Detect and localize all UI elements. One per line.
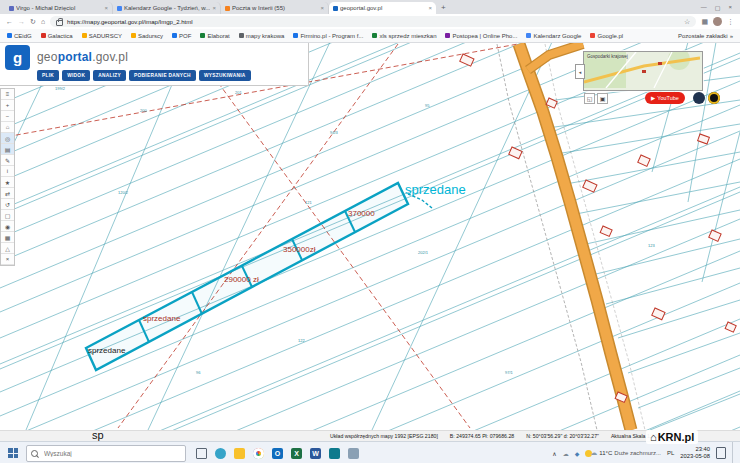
- bookmark-item[interactable]: Google.pl: [590, 33, 623, 39]
- start-button[interactable]: [0, 442, 26, 463]
- home-icon[interactable]: ⌂: [41, 18, 45, 25]
- svg-text:123: 123: [648, 243, 655, 248]
- bookmark-star-icon[interactable]: ☆: [684, 18, 690, 26]
- annotation-price-290000: 290000 zł: [224, 275, 259, 284]
- onedrive-icon[interactable]: ☁: [563, 450, 569, 457]
- zoom-in-icon[interactable]: +: [1, 100, 14, 111]
- back-icon[interactable]: ←: [6, 18, 13, 25]
- menu-wyszukiwania[interactable]: WYSZUKIWANIA: [199, 70, 251, 81]
- tab-close-icon[interactable]: ×: [320, 5, 324, 11]
- file-explorer-icon[interactable]: [230, 442, 249, 463]
- bookmark-favicon: [445, 33, 450, 38]
- tab-virgo[interactable]: Virgo - Michał Dzięciol ×: [5, 2, 113, 14]
- notification-center-icon[interactable]: [716, 447, 726, 459]
- notepad-icon[interactable]: [344, 442, 363, 463]
- annotation-price-350000: 350000zł: [283, 245, 315, 254]
- bookmark-item[interactable]: Firmino.pl - Program f...: [293, 33, 363, 39]
- show-desktop-button[interactable]: [732, 442, 736, 463]
- bookmark-item[interactable]: xls sprzedz mieszkan: [372, 33, 436, 39]
- minimap-collapse-icon[interactable]: ◂: [575, 64, 585, 79]
- security-icon[interactable]: ◆: [575, 450, 580, 457]
- tray-expand-icon[interactable]: ∧: [552, 450, 556, 457]
- bookmark-item[interactable]: POF: [172, 33, 191, 39]
- close-button[interactable]: ×: [728, 4, 732, 11]
- tab-title: geoportal.gov.pl: [340, 5, 426, 11]
- layers-icon[interactable]: ▤: [1, 144, 14, 155]
- other-bookmarks-button[interactable]: Pozostałe zakładki»: [678, 33, 733, 39]
- photos-icon[interactable]: [325, 442, 344, 463]
- bookmark-item[interactable]: CEidG: [7, 33, 32, 39]
- bookmark-item[interactable]: SADURSCY: [82, 33, 122, 39]
- grid-icon[interactable]: ▦: [1, 232, 14, 243]
- refresh-icon[interactable]: ↻: [30, 18, 36, 25]
- tab-close-icon[interactable]: ×: [104, 5, 108, 11]
- new-tab-button[interactable]: +: [441, 4, 446, 12]
- road: [519, 44, 631, 430]
- draw-icon[interactable]: ✎: [1, 155, 14, 166]
- windows-taskbar: O X W ∧ ☁ ◆ ☁ 11°C Duże zachmurz... PL 2…: [0, 441, 740, 463]
- tab-poczta[interactable]: Poczta w Interii (55) ×: [221, 2, 329, 14]
- menu-analizy[interactable]: ANALIZY: [93, 70, 126, 81]
- excel-icon[interactable]: X: [287, 442, 306, 463]
- menu-icon[interactable]: ≡: [1, 89, 14, 100]
- chrome-icon[interactable]: [249, 442, 268, 463]
- boundary-dashed-lines: [0, 44, 518, 428]
- youtube-button[interactable]: ▶YouTube: [645, 92, 685, 104]
- menu-pobieranie-danych[interactable]: POBIERANIE DANYCH: [129, 70, 196, 81]
- bookmark-favicon: [41, 33, 46, 38]
- tab-close-icon[interactable]: ×: [212, 5, 216, 11]
- annotation-sold-black: sprzedane: [88, 346, 125, 355]
- clear-icon[interactable]: ×: [1, 254, 14, 265]
- info-icon[interactable]: i: [1, 166, 14, 177]
- outlook-icon[interactable]: O: [268, 442, 287, 463]
- favorites-icon[interactable]: ★: [1, 177, 14, 188]
- bookmark-item[interactable]: Galactica: [41, 33, 73, 39]
- task-view-button[interactable]: [192, 442, 211, 463]
- forward-icon[interactable]: →: [18, 18, 25, 25]
- scale-tool-icon[interactable]: ▣: [597, 93, 608, 104]
- menu-widok[interactable]: WIDOK: [62, 70, 90, 81]
- bookmark-item[interactable]: Kalendarz Google: [526, 33, 581, 39]
- taskbar-clock[interactable]: 23:40 2023-05-08: [680, 446, 710, 460]
- tab-calendar[interactable]: Kalendarz Google - Tydzień, w... ×: [113, 2, 221, 14]
- bookmark-item[interactable]: mapy krakowa: [239, 33, 285, 39]
- browser-menu-icon[interactable]: ⋮: [727, 18, 734, 25]
- bookmark-item[interactable]: Elaborat: [200, 33, 229, 39]
- profile-avatar[interactable]: [713, 17, 722, 26]
- extensions-icon[interactable]: ▦: [701, 18, 708, 25]
- weather-widget[interactable]: ☁ 11°C Duże zachmurz...: [585, 449, 661, 457]
- url-field[interactable]: https://mapy.geoportal.gov.pl/imap/Imgp_…: [50, 16, 696, 27]
- minimize-button[interactable]: —: [701, 4, 707, 11]
- target-icon[interactable]: ◎: [1, 133, 14, 144]
- swap-icon[interactable]: ⇄: [1, 188, 14, 199]
- overview-minimap[interactable]: Gospodarki krajowej ◂: [583, 51, 703, 91]
- bookmark-item[interactable]: Sadurscy: [131, 33, 163, 39]
- highlight-strip[interactable]: [86, 183, 432, 370]
- taskbar-search[interactable]: [26, 445, 186, 462]
- parcel-lines: [0, 42, 740, 430]
- language-indicator[interactable]: PL: [667, 450, 674, 456]
- map-canvas[interactable]: 199/2 200 201 94/3 95 120/2 121 202/1 96…: [0, 42, 740, 430]
- edge-icon[interactable]: [211, 442, 230, 463]
- widget-circle-dark[interactable]: [693, 92, 705, 104]
- maximize-button[interactable]: ▢: [715, 4, 721, 11]
- undo-icon[interactable]: ↺: [1, 199, 14, 210]
- bookmark-favicon: [293, 33, 298, 38]
- home-extent-icon[interactable]: ⌂: [1, 122, 14, 133]
- clock-date: 2023-05-08: [680, 453, 710, 460]
- geoportal-logo[interactable]: g: [5, 45, 30, 70]
- widget-circle-yellow[interactable]: [708, 92, 720, 104]
- annotation-sold-red: sprzedane: [143, 314, 180, 323]
- measure-icon[interactable]: △: [1, 243, 14, 254]
- select-area-icon[interactable]: ▢: [1, 210, 14, 221]
- point-icon[interactable]: ◉: [1, 221, 14, 232]
- word-icon[interactable]: W: [306, 442, 325, 463]
- zoom-out-icon[interactable]: −: [1, 111, 14, 122]
- tab-geoportal-active[interactable]: geoportal.gov.pl ×: [329, 2, 436, 14]
- svg-text:96: 96: [196, 370, 201, 375]
- bookmark-item[interactable]: Postopea | Online Pho...: [445, 33, 517, 39]
- fullscreen-icon[interactable]: ◱: [584, 93, 595, 104]
- search-input[interactable]: [42, 449, 181, 458]
- menu-plik[interactable]: PLIK: [37, 70, 59, 81]
- tab-close-icon[interactable]: ×: [428, 5, 432, 11]
